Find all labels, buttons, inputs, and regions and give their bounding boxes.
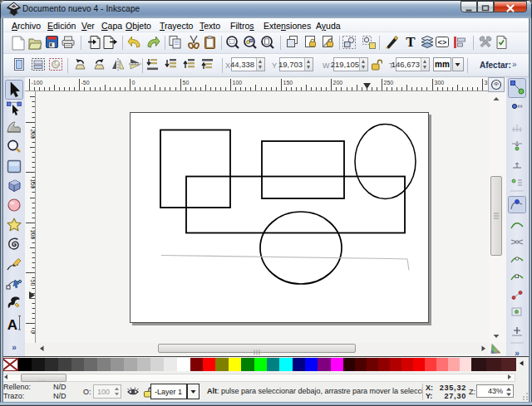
svg-text:150: 150: [283, 80, 293, 86]
svg-text:»: »: [12, 343, 17, 352]
svg-text:<>: <>: [438, 39, 447, 47]
svg-text:200: 200: [30, 130, 36, 139]
svg-text:200: 200: [333, 80, 343, 86]
svg-text:150: 150: [30, 179, 36, 189]
svg-text:0: 0: [132, 80, 135, 86]
svg-text:250: 250: [384, 80, 394, 86]
svg-text:-50: -50: [81, 80, 90, 86]
svg-text:T: T: [406, 34, 416, 50]
svg-text:50: 50: [183, 80, 190, 86]
svg-text:100: 100: [233, 80, 243, 86]
svg-text:0: 0: [30, 330, 36, 334]
svg-text:A: A: [7, 317, 17, 333]
svg-text:300: 300: [435, 80, 445, 86]
svg-text:100: 100: [30, 230, 36, 240]
svg-text:50: 50: [30, 280, 36, 286]
